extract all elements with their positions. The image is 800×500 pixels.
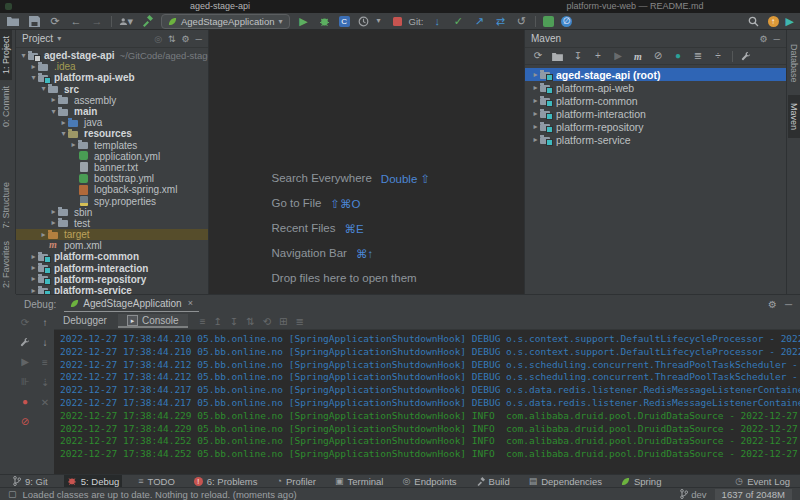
profiler-chevron-icon[interactable]: ▾	[372, 14, 386, 28]
project-tree-item-templates[interactable]: ▸templates	[16, 140, 208, 151]
locate-file-icon[interactable]: ◎	[154, 34, 162, 44]
profiler-icon[interactable]	[357, 14, 371, 28]
debug-icon[interactable]	[318, 14, 332, 28]
hide-panel-icon[interactable]: ─	[196, 34, 202, 44]
toolwindow-button-9-git[interactable]: 9: Git	[10, 475, 51, 488]
run-configuration-select[interactable]: AgedStageApplication ▾	[161, 14, 290, 29]
editor-area[interactable]: Search EverywhereDouble ⇧ Go to File⇧⌘O …	[209, 30, 524, 294]
down-icon[interactable]: ↧	[230, 316, 238, 327]
up-stack-icon[interactable]: ↑	[43, 317, 48, 328]
grid-icon[interactable]: ⊞	[279, 316, 287, 327]
open-folder-icon[interactable]	[6, 14, 20, 28]
ide-update-icon[interactable]: ↑	[768, 16, 779, 27]
chevron-icon[interactable]: ▾	[19, 52, 28, 60]
user-icon[interactable]: ▾	[119, 14, 133, 28]
save-icon[interactable]	[27, 14, 41, 28]
project-tree-item-platform-repository[interactable]: ▸platform-repository	[16, 274, 208, 285]
chevron-icon[interactable]: ▸	[531, 97, 540, 105]
tab-debugger[interactable]: Debugger	[54, 314, 116, 328]
chevron-icon[interactable]: ▸	[29, 264, 38, 272]
toolwindow-button-6-problems[interactable]: !6: Problems	[191, 475, 261, 488]
resume-icon[interactable]: ▶	[21, 356, 29, 367]
down-stack-icon[interactable]: ↓	[43, 337, 48, 348]
project-tree-item-resources[interactable]: ▾resources	[16, 128, 208, 139]
settings-wrench-icon[interactable]	[20, 337, 30, 347]
chevron-icon[interactable]: ▾	[39, 85, 48, 93]
project-tree-item-pom-xml[interactable]: pom.xml	[16, 240, 208, 251]
screenshot-plugin-icon[interactable]	[543, 16, 554, 27]
memory-indicator[interactable]: 1637 of 2048M	[715, 489, 792, 500]
git-update-icon[interactable]: ↓	[430, 14, 444, 28]
chevron-icon[interactable]: ▾	[49, 108, 58, 116]
scroll-to-end-icon[interactable]: ⇣	[41, 377, 49, 388]
chevron-icon[interactable]: ▸	[49, 208, 58, 216]
gear-icon[interactable]: ⚙	[768, 299, 777, 310]
back-icon[interactable]: ←	[69, 14, 83, 28]
project-tree-item-bootstrap-yml[interactable]: bootstrap.yml	[16, 173, 208, 184]
chevron-icon[interactable]: ▸	[49, 219, 58, 227]
project-panel-title[interactable]: Project	[22, 33, 53, 44]
add-profile-icon[interactable]: +	[592, 51, 604, 61]
stop-icon[interactable]: ●	[22, 396, 28, 407]
rerun-icon[interactable]: ⟳	[21, 317, 29, 328]
clear-console-icon[interactable]: ✕	[41, 397, 49, 408]
toolwindow-button-dependencies[interactable]: ▤Dependencies	[526, 475, 605, 488]
gear-icon[interactable]: ⚙	[182, 34, 190, 44]
hide-panel-icon[interactable]: ─	[785, 299, 792, 310]
debug-session-tab[interactable]: AgedStageApplication ×	[64, 297, 199, 312]
project-tree-item-platform-common[interactable]: ▸platform-common	[16, 251, 208, 262]
search-everywhere-icon[interactable]	[747, 14, 761, 28]
sonarlint-plugin-icon[interactable]: ∅	[561, 16, 572, 27]
sidebar-item-structure[interactable]: 7: Structure	[0, 176, 12, 235]
run-icon[interactable]: ▶	[297, 14, 311, 28]
project-tree-item-java[interactable]: ▸java	[16, 117, 208, 128]
run-goal-icon[interactable]: ▶	[612, 51, 624, 61]
git-push-icon[interactable]: ↗	[472, 14, 486, 28]
stop-icon[interactable]	[393, 17, 402, 26]
maven-goal-icon[interactable]: m	[632, 51, 644, 62]
chevron-icon[interactable]: ▸	[49, 96, 58, 104]
maven-tree-item-platform-common[interactable]: ▸platform-common	[525, 94, 786, 107]
hide-panel-icon[interactable]: ─	[774, 34, 780, 44]
coverage-icon[interactable]: C	[339, 16, 350, 27]
chevron-icon[interactable]: ▸	[29, 253, 38, 261]
project-tree-item-test[interactable]: ▸test	[16, 218, 208, 229]
project-tree-item-platform-interaction[interactable]: ▸platform-interaction	[16, 263, 208, 274]
maven-tree-item-platform-service[interactable]: ▸platform-service	[525, 133, 786, 146]
code-with-me-icon[interactable]: ▶	[786, 15, 794, 28]
chevron-icon[interactable]: ▸	[531, 136, 540, 144]
pause-icon[interactable]: ⊪	[21, 376, 30, 387]
sidebar-item-commit[interactable]: 0: Commit	[0, 80, 12, 133]
project-tree-item-platform-service[interactable]: ▸platform-service	[16, 285, 208, 294]
project-tree-item-target[interactable]: ▸target	[16, 229, 208, 240]
profiles-icon[interactable]: ≣	[692, 51, 704, 61]
up-icon[interactable]: ↥	[213, 316, 221, 327]
chevron-icon[interactable]: ▸	[39, 231, 48, 239]
chevron-icon[interactable]: ▾	[59, 130, 68, 138]
toolwindow-button-profiler[interactable]: ◔Profiler	[274, 475, 320, 488]
toolwindow-button-todo[interactable]: ≡TODO	[135, 475, 178, 488]
project-tree-item--idea[interactable]: ▸.idea	[16, 61, 208, 72]
download-sources-icon[interactable]: ↧	[572, 51, 584, 61]
reimport-icon[interactable]: ⟳	[532, 51, 544, 61]
options-icon[interactable]: ≡	[200, 316, 206, 327]
sidebar-item-maven[interactable]: Maven	[788, 95, 800, 138]
chevron-icon[interactable]: ▸	[29, 63, 38, 71]
toolwindow-button-build[interactable]: Build	[473, 475, 513, 488]
list-icon[interactable]: ≣	[295, 316, 303, 327]
maven-tree-item-platform-repository[interactable]: ▸platform-repository	[525, 120, 786, 133]
chevron-icon[interactable]: ▸	[59, 119, 68, 127]
chevron-icon[interactable]: ▾	[29, 74, 38, 82]
toolwindow-button-endpoints[interactable]: ◎Endpoints	[399, 475, 459, 488]
sort-icon[interactable]: ⇅	[246, 316, 254, 327]
soft-wrap-icon[interactable]: ≡	[42, 357, 48, 368]
maven-settings-wrench-icon[interactable]	[741, 51, 753, 61]
history-icon[interactable]: ↺	[514, 14, 528, 28]
sidebar-item-database[interactable]: Database	[788, 36, 800, 91]
console-output[interactable]: 2022-12-27 17:38:44.210 05.bb.online.no …	[54, 330, 800, 474]
offline-mode-icon[interactable]: ●	[672, 51, 684, 61]
maven-tree-item-platform-interaction[interactable]: ▸platform-interaction	[525, 107, 786, 120]
project-tree-item-aged-stage-api[interactable]: ▾aged-stage-api~/GitCode/aged-stage/aged…	[16, 50, 208, 61]
project-tree-item-logback-spring-xml[interactable]: logback-spring.xml	[16, 184, 208, 195]
maven-tree-item-platform-api-web[interactable]: ▸platform-api-web	[525, 81, 786, 94]
